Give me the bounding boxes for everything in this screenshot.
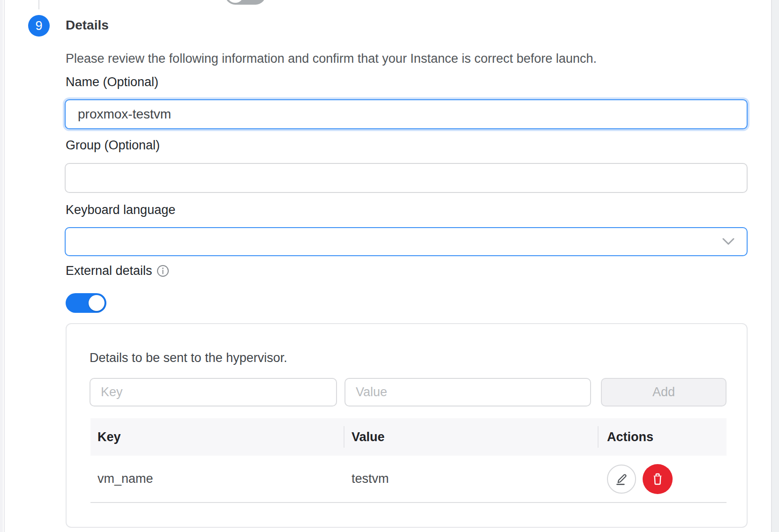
- step-number: 9: [35, 19, 42, 33]
- key-input[interactable]: [90, 378, 337, 406]
- panel-description: Details to be sent to the hypervisor.: [90, 351, 287, 365]
- header-separator: [598, 426, 599, 448]
- scrollbar-track[interactable]: [771, 0, 779, 532]
- card-left-border: [4, 0, 5, 532]
- step-title: Details: [66, 18, 109, 33]
- external-details-toggle[interactable]: [66, 293, 106, 313]
- toggle-knob: [227, 0, 244, 3]
- header-actions: Actions: [598, 430, 727, 444]
- keyboard-language-select[interactable]: [65, 227, 748, 256]
- chevron-down-icon: [721, 237, 735, 248]
- toggle-knob: [89, 295, 105, 311]
- add-button[interactable]: Add: [601, 378, 727, 406]
- intro-text: Please review the following information …: [66, 52, 597, 66]
- name-label: Name (Optional): [66, 75, 158, 89]
- header-value: Value: [344, 430, 598, 444]
- row-actions: [598, 464, 727, 494]
- previous-step-toggle[interactable]: [225, 0, 266, 5]
- info-icon[interactable]: [157, 265, 169, 277]
- edit-button[interactable]: [607, 465, 636, 494]
- step-number-badge: 9: [28, 15, 50, 37]
- page-left-background: [0, 0, 3, 532]
- keyboard-language-label: Keyboard language: [66, 203, 175, 217]
- header-key: Key: [90, 430, 344, 444]
- step-connector-line: [38, 0, 39, 9]
- table-row: vm_name testvm: [90, 456, 727, 503]
- header-separator: [344, 426, 345, 448]
- row-value: testvm: [344, 472, 598, 486]
- details-table: Key Value Actions vm_name testvm: [90, 418, 727, 503]
- details-step-page: 9 Details Please review the following in…: [0, 0, 779, 532]
- delete-button[interactable]: [643, 464, 673, 494]
- group-input[interactable]: [65, 163, 748, 193]
- external-details-label: External details: [66, 264, 152, 278]
- pencil-icon: [614, 471, 629, 487]
- external-details-row: External details: [66, 264, 169, 278]
- trash-icon: [650, 472, 665, 487]
- value-input[interactable]: [345, 378, 591, 406]
- group-label: Group (Optional): [66, 138, 160, 153]
- row-key: vm_name: [90, 472, 344, 486]
- hypervisor-details-panel: Details to be sent to the hypervisor. Ad…: [66, 323, 748, 528]
- name-input[interactable]: [65, 99, 748, 129]
- table-header-row: Key Value Actions: [90, 418, 727, 456]
